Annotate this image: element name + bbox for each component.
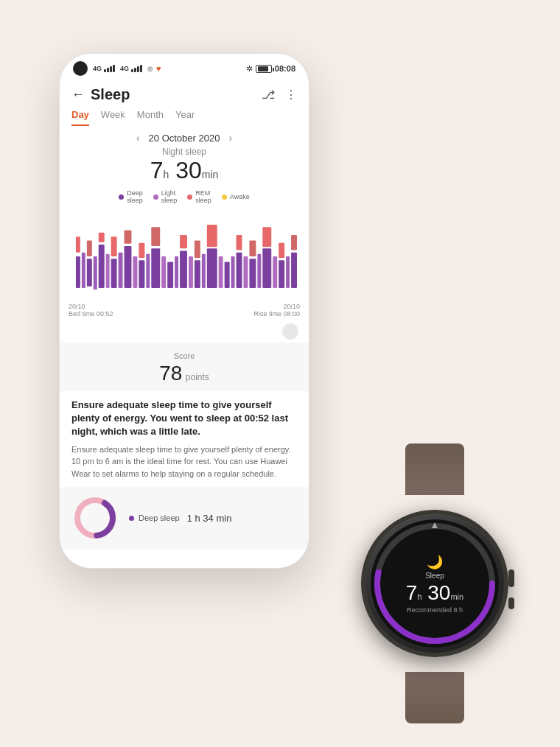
svg-rect-29: [202, 254, 206, 288]
chart-label-right: 20/10 Rise time 08:00: [253, 303, 300, 318]
donut-label: Deep sleep 1 h 34 min: [129, 513, 231, 524]
svg-rect-14: [125, 231, 132, 244]
app-title: Sleep: [91, 86, 262, 103]
svg-rect-18: [146, 254, 150, 288]
signal-4g1: 4G: [93, 65, 102, 72]
svg-rect-8: [99, 233, 105, 242]
signal-bars-2: [131, 65, 142, 72]
score-label: Score: [71, 351, 297, 360]
score-unit: points: [186, 372, 209, 382]
svg-rect-39: [249, 241, 256, 256]
svg-rect-23: [175, 256, 178, 288]
time-display: 08:08: [275, 64, 295, 73]
svg-rect-36: [237, 235, 242, 250]
svg-rect-41: [262, 248, 271, 288]
watch-strap-bottom: [405, 672, 464, 723]
donut-info: Deep sleep 1 h 34 min: [129, 513, 231, 524]
svg-rect-26: [189, 256, 193, 288]
prev-date-button[interactable]: ‹: [136, 132, 140, 144]
bluetooth-icon: ✲: [246, 64, 253, 74]
svg-rect-44: [279, 260, 284, 288]
signal-bars-1: [104, 65, 115, 72]
svg-rect-42: [262, 227, 271, 247]
watch-strap-top: [405, 443, 464, 495]
tab-year[interactable]: Year: [175, 109, 195, 126]
svg-rect-31: [207, 225, 217, 247]
tab-month[interactable]: Month: [137, 109, 164, 126]
svg-rect-12: [119, 253, 123, 288]
svg-rect-43: [273, 256, 277, 288]
rem-sleep-dot: [187, 194, 192, 200]
tab-week[interactable]: Week: [101, 109, 125, 126]
svg-rect-17: [139, 243, 144, 258]
svg-rect-1: [76, 256, 80, 288]
svg-rect-33: [225, 262, 230, 288]
score-value: 78: [159, 362, 182, 385]
tabs: Day Week Month Year: [60, 106, 309, 126]
battery: [256, 65, 272, 73]
smartwatch: 🌙 Sleep 7h 30min Recommended 8 h: [346, 488, 523, 679]
donut-section: Deep sleep 1 h 34 min: [60, 487, 309, 549]
night-sleep-label: Night sleep: [71, 147, 297, 157]
watch-crown-button-2: [508, 597, 514, 609]
svg-rect-3: [82, 253, 85, 288]
sleep-duration: 7h 30min: [71, 158, 297, 182]
svg-rect-2: [76, 236, 80, 252]
svg-rect-30: [207, 248, 217, 288]
sleep-summary: Night sleep 7h 30min: [60, 145, 309, 186]
svg-rect-16: [139, 260, 144, 288]
svg-rect-27: [195, 260, 200, 288]
chart-svg: [69, 213, 300, 300]
next-date-button[interactable]: ›: [228, 132, 232, 144]
scroll-circle: [282, 323, 298, 340]
current-date: 20 October 2020: [149, 133, 220, 144]
tab-day[interactable]: Day: [71, 109, 89, 126]
sleep-legend: Deepsleep Lightsleep REMsleep Awake: [60, 186, 309, 207]
svg-rect-40: [257, 254, 261, 288]
svg-rect-22: [167, 262, 173, 288]
chart-label-left: 20/10 Bed time 00:52: [69, 303, 113, 318]
light-sleep-dot: [153, 194, 158, 200]
watch-case: 🌙 Sleep 7h 30min Recommended 8 h: [361, 510, 508, 657]
svg-rect-38: [249, 259, 256, 288]
donut-label-text: Deep sleep: [139, 513, 180, 522]
svg-rect-45: [279, 243, 284, 258]
svg-rect-46: [286, 256, 290, 288]
svg-rect-4: [87, 259, 92, 287]
watch-face: 🌙 Sleep 7h 30min Recommended 8 h: [371, 519, 499, 648]
watch-recommended-label: Recommended 8 h: [406, 606, 463, 614]
scene: 4G 4G ⌾ ♥: [22, 24, 538, 723]
svg-rect-15: [133, 256, 137, 288]
legend-awake: Awake: [222, 189, 250, 204]
summary-text-section: Ensure adequate sleep time to give yours…: [60, 391, 309, 487]
wifi-icon: ⌾: [147, 63, 153, 74]
svg-rect-35: [237, 253, 242, 288]
summary-bold-text: Ensure adequate sleep time to give yours…: [71, 399, 297, 439]
svg-rect-9: [106, 254, 110, 288]
phone: 4G 4G ⌾ ♥: [59, 53, 309, 569]
svg-rect-13: [125, 246, 132, 288]
app-header: ← Sleep ⎇ ⋮: [60, 80, 309, 106]
more-icon[interactable]: ⋮: [285, 88, 297, 102]
svg-rect-19: [151, 248, 160, 288]
svg-rect-20: [151, 227, 160, 246]
awake-dot: [222, 194, 227, 200]
svg-rect-48: [291, 235, 297, 250]
camera: [73, 61, 88, 76]
back-button[interactable]: ←: [71, 87, 85, 102]
svg-rect-47: [291, 253, 297, 288]
status-bar: 4G 4G ⌾ ♥: [60, 54, 309, 80]
sleep-chart: [60, 207, 309, 303]
score-section: Score 78 points: [60, 343, 309, 391]
svg-rect-10: [111, 259, 117, 288]
legend-light-sleep: Lightsleep: [153, 189, 178, 204]
watch-content: 🌙 Sleep 7h 30min Recommended 8 h: [406, 554, 463, 614]
svg-rect-25: [180, 235, 187, 248]
deep-sleep-dot: [119, 194, 124, 200]
share-icon[interactable]: ⎇: [262, 88, 275, 102]
date-navigation: ‹ 20 October 2020 ›: [60, 126, 309, 145]
signal-4g2: 4G: [120, 65, 129, 72]
heart-icon: ♥: [156, 64, 161, 73]
summary-regular-text: Ensure adequate sleep time to give yours…: [71, 443, 297, 480]
svg-rect-32: [219, 256, 223, 288]
